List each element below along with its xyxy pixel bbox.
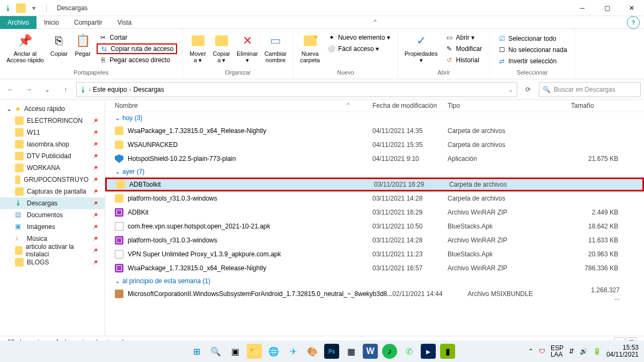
- file-row[interactable]: VPN Super Unlimited Proxy_v1.3.9_apkpure…: [105, 247, 644, 261]
- paint-icon[interactable]: 🎨: [305, 344, 320, 359]
- col-name[interactable]: Nombre: [115, 102, 138, 109]
- column-headers[interactable]: Nombre⌃ Fecha de modificación Tipo Tamañ…: [105, 100, 644, 112]
- tab-compartir[interactable]: Compartir: [67, 16, 110, 29]
- nav-item[interactable]: ⭳Descargas📍: [0, 197, 105, 209]
- nav-pane[interactable]: ⌄ ★ Acceso rápido ELECTRORINCON📍W11📍laso…: [0, 100, 105, 336]
- delete-button[interactable]: ✕Eliminar▾: [233, 31, 261, 64]
- nav-item[interactable]: Capturas de pantalla📍: [0, 186, 105, 197]
- edit-button[interactable]: ✎Modificar: [443, 43, 484, 54]
- tab-inicio[interactable]: Inicio: [36, 16, 67, 29]
- ribbon-collapse-icon[interactable]: ⌃: [372, 19, 378, 26]
- invert-selection-button[interactable]: ⇄Invertir selección: [495, 56, 569, 67]
- telegram-icon[interactable]: ✈: [286, 344, 301, 359]
- cut-button[interactable]: ✂Cortar: [97, 32, 177, 43]
- new-item-button[interactable]: ✦Nuevo elemento ▾: [325, 32, 392, 43]
- file-row[interactable]: WsaPackage_1.7.32815.0_x64_Release-Night…: [105, 261, 644, 275]
- group-header[interactable]: ⌄ ayer (7): [105, 166, 644, 178]
- new-folder-button[interactable]: ✦Nuevacarpeta: [297, 31, 323, 64]
- easy-access-button[interactable]: ⚪Fácil acceso ▾: [325, 43, 392, 54]
- tray-shield-icon[interactable]: 🛡: [539, 348, 545, 355]
- sort-icon[interactable]: ⌃: [346, 102, 351, 109]
- nav-item[interactable]: articulo activar la instalaci📍: [0, 245, 105, 256]
- pin-button[interactable]: 📌Anclar alAcceso rápido: [3, 31, 47, 67]
- file-row[interactable]: WsaPackage_1.7.32815.0_x64_Release-Night…: [105, 124, 644, 138]
- select-none-button[interactable]: ☐No seleccionar nada: [495, 45, 569, 55]
- properties-button[interactable]: ✓Propiedades▾: [401, 31, 441, 67]
- history-button[interactable]: ↺Historial: [443, 55, 484, 65]
- col-mod[interactable]: Fecha de modificación: [372, 102, 448, 109]
- search-input[interactable]: 🔍 Buscar en Descargas: [539, 82, 641, 97]
- group-header[interactable]: ⌄ al principio de esta semana (1): [105, 275, 644, 287]
- paste-button[interactable]: 📋Pegar: [71, 31, 94, 67]
- file-row[interactable]: ADBKit03/11/2021 16:29Archivo WinRAR ZIP…: [105, 205, 644, 219]
- nav-item[interactable]: ELECTRORINCON📍: [0, 115, 105, 127]
- close-button[interactable]: ✕: [619, 0, 644, 16]
- file-row[interactable]: HotspotShield-10.22.5-plain-773-plain04/…: [105, 152, 644, 166]
- spotify-icon[interactable]: ♪: [382, 344, 397, 359]
- nav-item[interactable]: lasombra.shop📍: [0, 138, 105, 150]
- forward-button[interactable]: →: [21, 82, 36, 97]
- group-header[interactable]: ⌄ hoy (3): [105, 112, 644, 124]
- maximize-button[interactable]: ▢: [595, 0, 619, 16]
- col-size[interactable]: Tamaño: [571, 102, 634, 109]
- move-button[interactable]: Movera ▾: [186, 31, 210, 64]
- nav-item[interactable]: GRUPOCONSTRUYO📍: [0, 174, 105, 186]
- recent-button[interactable]: ⌄: [40, 82, 55, 97]
- rename-button[interactable]: ▭Cambiarnombre: [261, 31, 290, 64]
- copy-path-button[interactable]: ⇆Copiar ruta de acceso: [97, 43, 177, 54]
- back-button[interactable]: ←: [3, 82, 18, 97]
- file-row[interactable]: platform-tools_r31.0.3-windows03/11/2021…: [105, 191, 644, 205]
- nav-quick-access[interactable]: ⌄ ★ Acceso rápido: [0, 103, 105, 115]
- file-row[interactable]: ADBToolkit03/11/2021 16:29Carpeta de arc…: [105, 178, 644, 191]
- tray-wifi-icon[interactable]: ⇵: [569, 348, 574, 355]
- breadcrumb-path[interactable]: ⭳ › Este equipo › Descargas ⌄: [76, 82, 517, 97]
- search-taskbar-icon[interactable]: 🔍: [208, 344, 223, 359]
- path-dropdown-icon[interactable]: ⌄: [508, 86, 514, 93]
- whatsapp-icon[interactable]: ✆: [401, 344, 416, 359]
- app-icon[interactable]: ▦: [343, 344, 358, 359]
- crumb-dl[interactable]: Descargas: [133, 86, 164, 93]
- file-list[interactable]: ⌄ hoy (3)WsaPackage_1.7.32815.0_x64_Rele…: [105, 112, 644, 336]
- refresh-button[interactable]: ⟳: [521, 82, 536, 97]
- taskbar[interactable]: ⊞ 🔍 ▣ 📁 🌐 ✈ 🎨 Ps ▦ W ♪ ✆ ▸ ▮ ⌃ 🛡 ESPLAA …: [0, 341, 644, 362]
- qat-dropdown-icon[interactable]: ▾: [29, 3, 39, 13]
- photoshop-icon[interactable]: Ps: [324, 344, 339, 359]
- app2-icon[interactable]: ▮: [440, 344, 455, 359]
- minimize-button[interactable]: ─: [570, 0, 595, 16]
- paste-shortcut-button[interactable]: ⎘Pegar acceso directo: [97, 55, 177, 65]
- file-row[interactable]: platform-tools_r31.0.3-windows03/11/2021…: [105, 233, 644, 247]
- start-icon[interactable]: ⊞: [189, 344, 204, 359]
- tray-battery-icon[interactable]: 🔋: [593, 348, 601, 355]
- file-row[interactable]: WSAUNPACKED04/11/2021 15:35Carpeta de ar…: [105, 138, 644, 152]
- nav-item[interactable]: BLOGS📍: [0, 256, 105, 268]
- nav-item[interactable]: W11📍: [0, 127, 105, 138]
- qat-folder-icon[interactable]: [16, 3, 26, 13]
- nav-item[interactable]: WORKANA📍: [0, 162, 105, 174]
- help-icon[interactable]: ?: [627, 16, 640, 29]
- col-type[interactable]: Tipo: [448, 102, 571, 109]
- up-button[interactable]: ↑: [58, 82, 73, 97]
- tray-clock[interactable]: 15:5304/11/2021: [606, 344, 639, 358]
- qat-download-icon[interactable]: ⭳: [3, 3, 13, 13]
- terminal-icon[interactable]: ▸: [421, 344, 436, 359]
- explorer-icon[interactable]: 📁: [247, 344, 262, 359]
- crumb-pc[interactable]: Este equipo ›: [93, 86, 131, 93]
- file-row[interactable]: com.free.vpn.super.hotspot.open_2021-10-…: [105, 219, 644, 233]
- tab-vista[interactable]: Vista: [110, 16, 139, 29]
- copy-to-button[interactable]: Copiara ▾: [210, 31, 233, 64]
- tray-volume-icon[interactable]: 🔊: [580, 348, 588, 355]
- chrome-icon[interactable]: 🌐: [266, 344, 281, 359]
- word-icon[interactable]: W: [363, 344, 378, 359]
- tray-lang[interactable]: ESPLAA: [551, 345, 564, 358]
- copy-button[interactable]: ⎘Copiar: [47, 31, 71, 67]
- system-tray[interactable]: ⌃ 🛡 ESPLAA ⇵ 🔊 🔋 15:5304/11/2021: [528, 341, 639, 362]
- file-row[interactable]: MicrosoftCorporationII.WindowsSubsystemF…: [105, 287, 644, 301]
- tab-archivo[interactable]: Archivo: [0, 16, 36, 29]
- nav-item[interactable]: ▣Imágenes📍: [0, 221, 105, 233]
- open-button[interactable]: ▭Abrir ▾: [443, 32, 484, 43]
- nav-item[interactable]: ▤Documentos📍: [0, 209, 105, 221]
- tray-chevron-icon[interactable]: ⌃: [528, 348, 533, 355]
- select-all-button[interactable]: ☑Seleccionar todo: [495, 33, 569, 44]
- taskview-icon[interactable]: ▣: [228, 344, 243, 359]
- nav-item[interactable]: DTV Publicidad📍: [0, 150, 105, 162]
